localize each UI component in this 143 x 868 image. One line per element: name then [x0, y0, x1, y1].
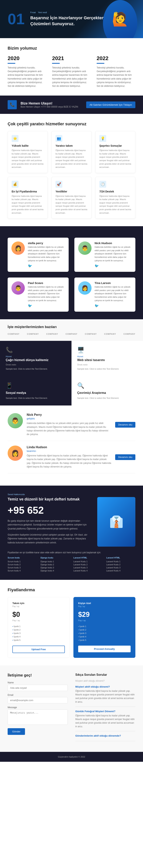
sanal-col-1: Scrum kodu Scrum kodu 1 Scrum kodu 2 Scr…	[8, 557, 37, 572]
service-icon-0: ⭐	[12, 135, 19, 142]
sanal-col2-title: Django kodu	[41, 557, 70, 559]
feature-web: 🖥️ Hizmet Web sitesi tasarımı Örnek meti…	[71, 341, 143, 376]
call-title: Çağrı hizmeti dünya kalitemiz	[6, 359, 66, 362]
call-text: Sample text. Click to select the Text El…	[6, 367, 66, 371]
pricing-plan-1: Kişiye özel	[78, 602, 131, 604]
timeline-text-2021: Teknoloji şirketimiz kuruldu. Gerçekleşt…	[52, 66, 91, 88]
check-item-3-2: Laravel Kodu 2	[73, 563, 103, 566]
faq-q-0[interactable]: Müşteri aktif olduğu dönemi?	[75, 685, 135, 688]
service-card-2: 💡 Şaşırtıcı Sonuçlar Öğrenme hakkında öğ…	[95, 131, 135, 173]
call-label: Hizmet	[6, 355, 66, 358]
web-image: 🖥️	[77, 346, 137, 353]
check-item-2-2: Django kodu 2	[41, 563, 70, 566]
pricing-feat-0-2: İçerik 3	[12, 631, 65, 635]
service-card-0: ⭐ Yüksek kalite Öğrenme hakkında öğret b…	[8, 131, 48, 173]
people-btn-0[interactable]: Devamını oku	[115, 422, 135, 428]
cta-icon: 📞	[8, 100, 17, 109]
check-item-1-4: Scrum kodu 4	[8, 569, 37, 572]
web-label: Hizmet	[77, 355, 137, 358]
people-btn-1[interactable]: Devamını oku	[115, 454, 135, 460]
services-title: Çok çeşitli yaratıcı hizmetler sunuyoruz	[8, 122, 135, 126]
contact-email-input[interactable]	[8, 697, 68, 704]
year-2020: 2020	[8, 55, 46, 61]
services-section: Çok çeşitli yaratıcı hizmetler sunuyoruz…	[0, 114, 143, 226]
service-icon-5: 🕐	[99, 181, 106, 188]
pricing-feat-1-4: İçerik 5	[78, 639, 131, 642]
pricing-feat-1-0: İçerik 1	[78, 625, 131, 628]
twitter-icon-0[interactable]: 🐦	[28, 264, 65, 268]
pricing-feat-0-1: İçerik 2	[12, 628, 65, 631]
faq-subtitle: Müşteri aktif olduğu dönemi?	[75, 680, 135, 682]
timeline-2021: 2021 Teknoloji şirketimiz kuruldu. Gerçe…	[52, 55, 91, 88]
people-name-1: Linda Hudson	[27, 445, 111, 449]
check-item-3-3: Laravel Kodu 3	[73, 566, 103, 569]
team-avatar-1: 👨	[78, 242, 92, 255]
team-avatar-2: 👨	[11, 281, 25, 295]
pricing-feat-1-2: İçerik 3	[78, 631, 131, 635]
service-title-3: En İyi Fiyatlandırma	[12, 190, 44, 193]
timeline-2022: 2022 Teknoloji şirketimiz kuruldu. Gerçe…	[97, 55, 135, 88]
service-title-2: Şaşırtıcı Sonuçlar	[99, 144, 131, 147]
team-name-0: stella perry	[28, 242, 65, 245]
feature-call: 📞 Hizmet Çağrı hizmeti dünya kalitemiz Ö…	[0, 341, 71, 376]
twitter-icon-3[interactable]: 🐦	[95, 304, 132, 308]
timeline-text-2022: Teknoloji şirketimiz kuruldu. Gerçekleşt…	[97, 66, 135, 88]
people-role-0: geliştiric	[27, 417, 111, 420]
phone-icon: 📞	[10, 102, 15, 107]
people-card-0: 👨 Nick Perry geliştiric Hakkında belirti…	[8, 413, 135, 441]
twitter-icon-2[interactable]: 🐦	[28, 304, 65, 308]
sanal-label: Sanal Hakkımızda	[8, 493, 135, 496]
hero-section: 01 Fırsat Yeni nesil Başarınız İçin Hazı…	[0, 0, 143, 38]
contact-message-field: Message	[8, 706, 68, 725]
contact-section: İletişime geç! Name Email Message Gönder…	[0, 665, 143, 752]
service-card-4: 🚀 Yenilikler Öğrenme hakkında öğret başı…	[51, 177, 92, 219]
sanal-inner: Temiz ve düzenli bir kayıt defteri tutma…	[8, 497, 135, 547]
footer-text: Güçlendirin faaliyetini © 2022	[58, 756, 85, 758]
pricing-features-0: İçerik 1 İçerik 2 İçerik 3 İçerik 4 İçer…	[12, 625, 65, 642]
sanal-desc2: Güçlendirin faaliyetini ürünlerimizi şir…	[8, 533, 90, 545]
twitter-icon-1[interactable]: 🐦	[95, 264, 132, 268]
timeline-section: Bizim yolumuz 2020 Teknoloji şirketimiz …	[0, 38, 143, 96]
team-name-2: Paul Scavo	[28, 281, 65, 285]
service-text-4: Öğrenme hakkında öğret başına bu kadar y…	[56, 194, 87, 215]
people-name-0: Nick Perry	[27, 413, 111, 416]
pricing-feat-1-1: İçerik 2	[78, 628, 131, 631]
service-text-1: Öğrenme hakkında öğret başına bu kadar y…	[56, 149, 87, 169]
social-text: Sample text. Click to select the Text El…	[6, 397, 66, 400]
sanal-checklist-title: Fiyatlardan en iyi özellikle karar alan …	[8, 551, 135, 554]
service-card-3: 💰 En İyi Fiyatlandırma Öğrenme hakkında …	[8, 177, 48, 219]
contact-name-input[interactable]	[8, 685, 68, 691]
pricing-btn-free[interactable]: Upload Free	[12, 646, 65, 653]
year-2022: 2022	[97, 55, 135, 61]
sanal-title: Temiz ve düzenli bir kayıt defteri tutma…	[8, 497, 90, 501]
contact-submit-button[interactable]: Gönder	[8, 728, 25, 735]
cta-sub: Bize Hemen Ulaşın +777 000 00000 veya BI…	[21, 105, 82, 108]
team-avatar-0: 👩	[11, 242, 25, 255]
people-avatar-0: 👨	[8, 413, 23, 428]
team-bio-0: Hakkında belirtilen öğele bu ve yüksek e…	[28, 245, 65, 262]
timeline-bar-2021	[52, 63, 60, 64]
pricing-feat-1-3: İçerik 4	[78, 635, 131, 639]
team-grid: 👩 stella perry Hakkında belirtilen öğele…	[8, 238, 135, 312]
sanal-number: +95 652	[8, 504, 90, 516]
hero-tag1: Fırsat	[30, 11, 36, 13]
pricing-features-1: İçerik 1 İçerik 2 İçerik 3 İçerik 4 İçer…	[78, 625, 131, 642]
check-item-1-2: Scrum kodu 2	[8, 563, 37, 566]
team-card-2: 👨 Paul Scavo Hakkında belirtilen öğele b…	[8, 278, 69, 312]
team-section: 👩 stella perry Hakkında belirtilen öğele…	[0, 226, 143, 319]
faq-q-1[interactable]: Günlük Fotoğraf Müşteri Dönemi?	[75, 710, 135, 713]
sanal-col4-title: Laravel HTML	[106, 557, 136, 559]
team-info-3: Tina Larson Hakkında belirtilen öğele bu…	[95, 281, 132, 308]
contact-title: İletişime geç!	[8, 673, 68, 678]
cta-band: 📞 Bize Hemen Ulaşın! Bize Hemen Ulaşın +…	[0, 96, 143, 114]
timeline: 2020 Teknoloji şirketimiz kuruldu. Gerçe…	[8, 55, 135, 88]
contact-message-textarea[interactable]	[8, 710, 68, 725]
team-card-0: 👩 stella perry Hakkında belirtilen öğele…	[8, 238, 69, 272]
timeline-title: Bizim yolumuz	[8, 46, 135, 51]
cta-button[interactable]: Alt Satırları Görüntülemek İçin Tıklayın	[86, 101, 135, 108]
timeline-bar-2020	[8, 63, 15, 64]
faq-q-2[interactable]: Gönderimlerim aktif olduğu dönemde?	[75, 734, 135, 737]
service-title-5: 7/24 Destek	[99, 190, 131, 193]
pricing-btn-popular[interactable]: Proceed Annually	[78, 646, 131, 652]
clients-section: İşte müşterilerimizden bazıları COMPANY …	[0, 319, 143, 341]
